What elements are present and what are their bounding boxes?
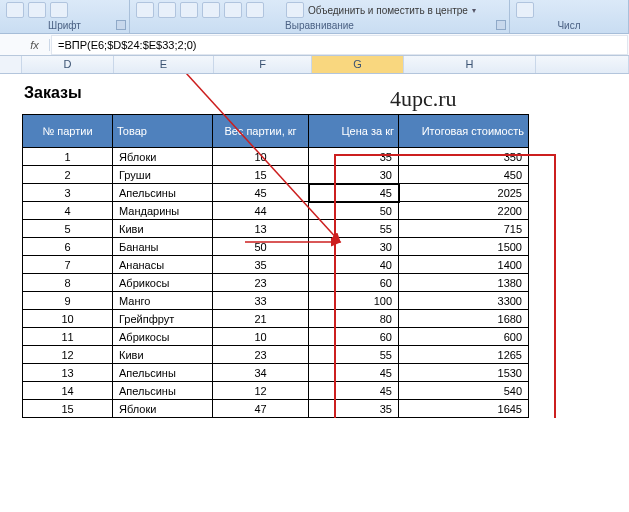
cell[interactable]: 8 bbox=[23, 274, 113, 292]
cell[interactable]: 2025 bbox=[399, 184, 529, 202]
cell[interactable]: 715 bbox=[399, 220, 529, 238]
col-header-next[interactable] bbox=[536, 56, 629, 73]
cell[interactable]: 13 bbox=[23, 364, 113, 382]
cell[interactable]: 50 bbox=[213, 238, 309, 256]
cell[interactable]: 55 bbox=[309, 346, 399, 364]
cell[interactable]: 47 bbox=[213, 400, 309, 418]
cell[interactable]: Апельсины bbox=[113, 364, 213, 382]
th-product[interactable]: Товар bbox=[113, 115, 213, 148]
cell[interactable]: 3300 bbox=[399, 292, 529, 310]
cell[interactable]: 100 bbox=[309, 292, 399, 310]
indent-decrease-icon[interactable] bbox=[202, 2, 220, 18]
cell[interactable]: Бананы bbox=[113, 238, 213, 256]
cell[interactable]: 1400 bbox=[399, 256, 529, 274]
cell[interactable]: Ананасы bbox=[113, 256, 213, 274]
th-total[interactable]: Итоговая стоимость bbox=[399, 115, 529, 148]
col-header-E[interactable]: E bbox=[114, 56, 214, 73]
cell[interactable]: 1530 bbox=[399, 364, 529, 382]
cell[interactable]: 2 bbox=[23, 166, 113, 184]
th-num[interactable]: № партии bbox=[23, 115, 113, 148]
cell[interactable]: 35 bbox=[309, 400, 399, 418]
cell[interactable]: 45 bbox=[309, 364, 399, 382]
col-header-G[interactable]: G bbox=[312, 56, 404, 73]
th-price[interactable]: Цена за кг bbox=[309, 115, 399, 148]
border-icon[interactable] bbox=[6, 2, 24, 18]
dialog-launcher-icon[interactable] bbox=[496, 20, 506, 30]
align-right-icon[interactable] bbox=[180, 2, 198, 18]
cell[interactable]: 7 bbox=[23, 256, 113, 274]
fx-icon[interactable]: fx bbox=[20, 39, 50, 51]
cell[interactable]: 2200 bbox=[399, 202, 529, 220]
cell[interactable]: 4 bbox=[23, 202, 113, 220]
cell[interactable]: 23 bbox=[213, 274, 309, 292]
indent-increase-icon[interactable] bbox=[224, 2, 242, 18]
cell[interactable]: 12 bbox=[213, 382, 309, 400]
cell[interactable]: Апельсины bbox=[113, 184, 213, 202]
orientation-icon[interactable] bbox=[246, 2, 264, 18]
formula-input[interactable] bbox=[51, 35, 628, 55]
cell[interactable]: 30 bbox=[309, 166, 399, 184]
cell[interactable]: 21 bbox=[213, 310, 309, 328]
select-all-corner[interactable] bbox=[0, 56, 22, 73]
cell[interactable]: 23 bbox=[213, 346, 309, 364]
cell[interactable]: 34 bbox=[213, 364, 309, 382]
cell[interactable]: 14 bbox=[23, 382, 113, 400]
col-header-H[interactable]: H bbox=[404, 56, 536, 73]
align-center-icon[interactable] bbox=[158, 2, 176, 18]
cell[interactable]: 13 bbox=[213, 220, 309, 238]
cell[interactable]: 1500 bbox=[399, 238, 529, 256]
cell[interactable]: 50 bbox=[309, 202, 399, 220]
cell[interactable]: 1 bbox=[23, 148, 113, 166]
cell[interactable]: Яблоки bbox=[113, 148, 213, 166]
cell[interactable]: Мандарины bbox=[113, 202, 213, 220]
cell[interactable]: 600 bbox=[399, 328, 529, 346]
cell[interactable]: Манго bbox=[113, 292, 213, 310]
th-weight[interactable]: Вес партии, кг bbox=[213, 115, 309, 148]
cell[interactable]: 350 bbox=[399, 148, 529, 166]
cell[interactable]: 33 bbox=[213, 292, 309, 310]
cell[interactable]: 15 bbox=[213, 166, 309, 184]
cell[interactable]: 12 bbox=[23, 346, 113, 364]
cell[interactable]: 45 bbox=[213, 184, 309, 202]
cell[interactable]: Груши bbox=[113, 166, 213, 184]
cell[interactable]: 1680 bbox=[399, 310, 529, 328]
cell[interactable]: 9 bbox=[23, 292, 113, 310]
cell[interactable]: 60 bbox=[309, 328, 399, 346]
cell[interactable]: Яблоки bbox=[113, 400, 213, 418]
cell[interactable]: 5 bbox=[23, 220, 113, 238]
cell[interactable]: 1380 bbox=[399, 274, 529, 292]
cell[interactable]: Грейпфрут bbox=[113, 310, 213, 328]
cell[interactable]: Абрикосы bbox=[113, 274, 213, 292]
cell[interactable]: Киви bbox=[113, 346, 213, 364]
cell[interactable]: 15 bbox=[23, 400, 113, 418]
cell[interactable]: 11 bbox=[23, 328, 113, 346]
cell[interactable]: 450 bbox=[399, 166, 529, 184]
cell[interactable]: 1265 bbox=[399, 346, 529, 364]
cell[interactable]: 60 bbox=[309, 274, 399, 292]
col-header-F[interactable]: F bbox=[214, 56, 312, 73]
cell[interactable]: 540 bbox=[399, 382, 529, 400]
cell[interactable]: 10 bbox=[23, 310, 113, 328]
fill-color-icon[interactable] bbox=[28, 2, 46, 18]
worksheet[interactable]: Заказы 4upc.ru № партии Товар Вес партии… bbox=[0, 74, 629, 418]
cell[interactable]: 10 bbox=[213, 148, 309, 166]
cell[interactable]: Киви bbox=[113, 220, 213, 238]
cell[interactable]: 30 bbox=[309, 238, 399, 256]
cell[interactable]: 1645 bbox=[399, 400, 529, 418]
dialog-launcher-icon[interactable] bbox=[116, 20, 126, 30]
cell[interactable]: 6 bbox=[23, 238, 113, 256]
cell[interactable]: 35 bbox=[309, 148, 399, 166]
cell[interactable]: Абрикосы bbox=[113, 328, 213, 346]
cell[interactable]: Апельсины bbox=[113, 382, 213, 400]
merge-center-button[interactable]: Объединить и поместить в центре ▾ bbox=[286, 2, 476, 18]
align-left-icon[interactable] bbox=[136, 2, 154, 18]
cell[interactable]: 44 bbox=[213, 202, 309, 220]
cell[interactable]: 10 bbox=[213, 328, 309, 346]
font-color-icon[interactable] bbox=[50, 2, 68, 18]
col-header-D[interactable]: D bbox=[22, 56, 114, 73]
cell[interactable]: 45 bbox=[309, 382, 399, 400]
cell[interactable]: 80 bbox=[309, 310, 399, 328]
cell[interactable]: 35 bbox=[213, 256, 309, 274]
cell[interactable]: 55 bbox=[309, 220, 399, 238]
cell[interactable]: 45 bbox=[309, 184, 399, 202]
